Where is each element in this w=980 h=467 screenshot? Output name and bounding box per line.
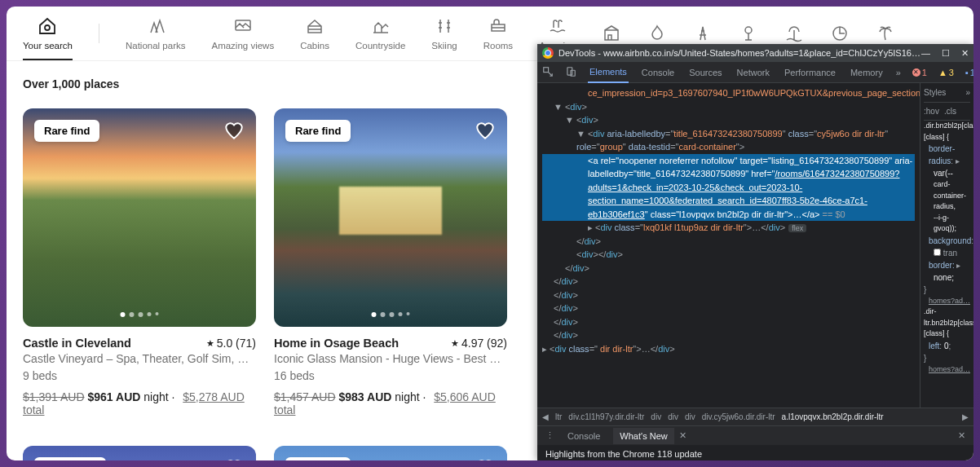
svg-point-0 — [45, 25, 50, 30]
tab-console[interactable]: Console — [640, 63, 676, 82]
selected-dom-node[interactable]: <a rel="noopener noreferrer nofollow" ta… — [542, 154, 915, 222]
listing-image[interactable]: Rare find — [274, 108, 507, 327]
carousel-dots — [121, 312, 159, 317]
category-national-parks[interactable]: National parks — [126, 16, 186, 60]
countryside-icon — [371, 16, 391, 36]
whatsnew-headline: Highlights from the Chrome 118 update — [545, 449, 702, 459]
more-styles-icon[interactable]: » — [965, 86, 970, 99]
category-amazing-views[interactable]: Amazing views — [211, 16, 274, 60]
drawer-body: Highlights from the Chrome 118 update — [537, 445, 973, 460]
svg-rect-7 — [567, 67, 572, 74]
pool-icon — [548, 16, 567, 36]
listing-subtitle: Castle Vineyard – Spa, Theater, Golf Sim… — [23, 351, 256, 367]
styles-pane[interactable]: Styles» :hov .cls .dir.bn2bl2p[class][cl… — [920, 83, 973, 408]
drawer-tab-close-icon[interactable]: ✕ — [679, 430, 686, 441]
drawer-tab-console[interactable]: Console — [567, 431, 600, 441]
mansion-icon — [602, 24, 621, 43]
tab-performance[interactable]: Performance — [783, 63, 837, 82]
listing-title: Castle in Cleveland — [23, 337, 131, 350]
listing-card[interactable]: Rare find Castle in Cleveland 5.0 (71) C… — [23, 108, 256, 416]
listing-badge: Superhost — [34, 457, 106, 460]
listing-beds: 9 beds — [23, 368, 256, 384]
category-label: Countryside — [355, 41, 405, 51]
drawer-menu-icon[interactable]: ⋮ — [545, 430, 554, 441]
listing-title: Home in Osage Beach — [274, 337, 399, 350]
park-icon — [146, 16, 166, 36]
tower-icon — [693, 24, 713, 43]
devtools-title: DevTools - www.airbnb.co.in/s/United-Sta… — [558, 48, 921, 58]
devtools-titlebar[interactable]: DevTools - www.airbnb.co.in/s/United-Sta… — [537, 44, 973, 62]
listing-rating: 4.97 (92) — [451, 337, 507, 350]
issues-count[interactable]: ▪1 — [965, 68, 973, 77]
search-icon — [38, 16, 57, 36]
wishlist-heart-icon[interactable] — [223, 120, 245, 141]
wishlist-heart-icon[interactable] — [475, 120, 496, 141]
play-icon — [739, 24, 758, 43]
farm-icon — [830, 24, 850, 43]
inspect-icon[interactable] — [542, 66, 554, 79]
listing-rating: 5.0 (71) — [206, 337, 256, 350]
drawer-tab-whatsnew[interactable]: What's New — [613, 428, 673, 444]
category-label: Cabins — [300, 41, 329, 51]
carousel-dots — [372, 312, 410, 317]
listing-card[interactable]: Rare find — [274, 446, 507, 460]
category-label: Skiing — [431, 41, 457, 51]
svg-rect-6 — [544, 67, 549, 72]
warning-count[interactable]: ▲3 — [938, 68, 954, 77]
error-count[interactable]: ✕1 — [912, 68, 927, 77]
device-icon[interactable] — [565, 66, 576, 79]
listing-beds: 16 beds — [274, 368, 507, 384]
chrome-icon — [542, 47, 554, 59]
category-your-search[interactable]: Your search — [23, 16, 73, 60]
category-label: National parks — [126, 41, 186, 51]
price: $983 AUD — [339, 390, 392, 403]
price-unit: night — [395, 390, 419, 403]
tropical-icon — [876, 24, 895, 43]
tab-memory[interactable]: Memory — [849, 63, 885, 82]
drawer-close-icon[interactable]: ✕ — [958, 430, 965, 441]
skiing-icon — [435, 16, 454, 36]
tab-sources[interactable]: Sources — [687, 63, 723, 82]
tab-elements[interactable]: Elements — [588, 62, 629, 83]
wishlist-heart-icon[interactable] — [475, 457, 496, 460]
category-countryside[interactable]: Countryside — [355, 16, 405, 60]
price-unit: night — [143, 390, 168, 403]
listing-image[interactable]: Rare find — [274, 446, 507, 460]
category-skiing[interactable]: Skiing — [431, 16, 457, 60]
crumb-scroll-right[interactable]: ▶ — [962, 412, 969, 421]
minimize-icon[interactable]: — — [921, 48, 930, 59]
listing-card[interactable]: Rare find Home in Osage Beach 4.97 (92) … — [274, 108, 507, 416]
listing-card[interactable]: Superhost — [23, 446, 256, 460]
devtools-tabs: Elements Console Sources Network Perform… — [537, 62, 973, 83]
dom-tree[interactable]: ce_impression_id=p3_1697607940_IP1f0wW6U… — [537, 83, 920, 408]
category-cabins[interactable]: Cabins — [300, 16, 329, 60]
views-icon — [233, 16, 253, 36]
style-checkbox[interactable] — [934, 249, 941, 256]
maximize-icon[interactable]: ☐ — [942, 48, 950, 59]
more-tabs-icon[interactable]: » — [896, 68, 901, 77]
listing-image[interactable]: Superhost — [23, 446, 256, 460]
dom-breadcrumbs[interactable]: ◀ ltr div.c1l1h97y.dir.dir-ltr div div d… — [537, 408, 973, 425]
listing-price: $1,457 AUD$983 AUD night · $5,606 AUD to… — [274, 390, 507, 416]
wishlist-heart-icon[interactable] — [223, 457, 245, 460]
tab-network[interactable]: Network — [735, 63, 771, 82]
cabin-icon — [305, 16, 324, 36]
listing-image[interactable]: Rare find — [23, 108, 256, 327]
divider — [99, 24, 99, 43]
category-rooms[interactable]: Rooms — [483, 16, 513, 60]
listing-badge: Rare find — [285, 120, 351, 142]
category-label: Rooms — [483, 41, 513, 51]
hov-toggle[interactable]: :hov — [924, 105, 939, 117]
category-label: Your search — [23, 41, 73, 51]
crumb-scroll-left[interactable]: ◀ — [542, 412, 549, 421]
listing-badge: Rare find — [34, 120, 99, 142]
listing-price: $1,391 AUD$961 AUD night · $5,278 AUD to… — [23, 390, 256, 416]
devtools-panel: DevTools - www.airbnb.co.in/s/United-Sta… — [537, 44, 973, 460]
listing-badge: Rare find — [285, 457, 351, 460]
cls-toggle[interactable]: .cls — [944, 105, 956, 117]
price: $961 AUD — [88, 390, 141, 403]
beach-icon — [784, 24, 804, 43]
close-icon[interactable]: ✕ — [961, 48, 969, 59]
listing-subtitle: Iconic Glass Mansion - Huge Views - Best… — [274, 351, 507, 367]
category-label: Amazing views — [211, 41, 274, 51]
